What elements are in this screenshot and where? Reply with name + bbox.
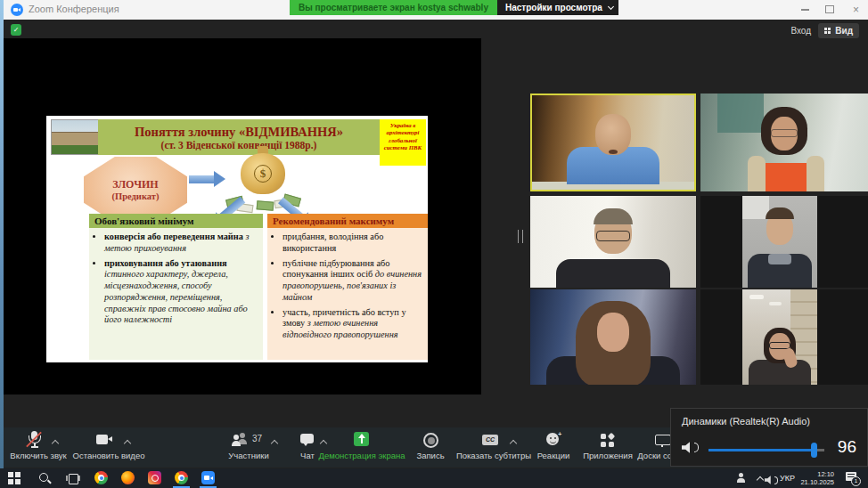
closed-captions-icon: CC: [480, 431, 507, 449]
glasses: [596, 231, 630, 241]
right-column-body: придбання, володіння або використання пу…: [267, 228, 428, 360]
building-photo: [51, 119, 99, 155]
time: 12:10: [797, 470, 834, 478]
column-recommended-maximum: Рекомендований максимум придбання, волод…: [267, 214, 428, 362]
item-bold-text: конверсія або переведення майна: [104, 232, 243, 241]
notification-badge: 1: [851, 476, 861, 486]
presentation-slide: Поняття злочину «ВІДМИВАННЯ» (ст. 3 Віде…: [46, 116, 428, 362]
participants-label: Участники: [228, 451, 268, 460]
list-item: конверсія або переведення майна з метою …: [104, 232, 259, 255]
left-column-header: Обов'язковий мінімум: [89, 214, 263, 228]
vest-left: [748, 156, 766, 191]
person-body: [749, 360, 811, 385]
chevron-down-icon: [608, 4, 614, 10]
predicate-label-2: (Предикат): [112, 191, 160, 201]
meeting-area: ✓ Вход Вид Поняття злочину «ВІДМИВАННЯ» …: [4, 20, 868, 468]
close-button[interactable]: ×: [853, 3, 859, 17]
left-column-body: конверсія або переведення майна з метою …: [89, 228, 263, 360]
login-button[interactable]: Вход: [790, 26, 811, 36]
unmute-label: Включить звук: [10, 451, 66, 460]
zoom-meeting-window: Zoom Конференция × Вы просматриваете экр…: [0, 0, 868, 488]
view-settings-button[interactable]: Настройки просмотра: [497, 0, 618, 15]
shared-screen-canvas: Поняття злочину «ВІДМИВАННЯ» (ст. 3 Віде…: [4, 38, 481, 394]
stop-video-label: Остановить видео: [73, 451, 145, 460]
zoom-app-icon[interactable]: [201, 471, 216, 485]
language-indicator[interactable]: УКР: [780, 474, 795, 483]
banknote: [257, 200, 274, 211]
record-button[interactable]: Запись: [410, 431, 451, 460]
item-text: публічне підбурювання або спонукання інш…: [283, 258, 389, 280]
participant-video[interactable]: [530, 196, 696, 288]
window-title: Zoom Конференция: [29, 4, 119, 14]
task-view-icon[interactable]: [66, 471, 80, 485]
notification-center-icon[interactable]: 1: [846, 472, 860, 484]
slide-title-banner: Поняття злочину «ВІДМИВАННЯ» (ст. 3 Віде…: [98, 119, 380, 155]
ceiling-light: [749, 295, 764, 299]
chevron-up-icon[interactable]: [52, 440, 59, 447]
column-mandatory-minimum: Обов'язковий мінімум конверсія або перев…: [89, 214, 263, 362]
apps-button[interactable]: Приложения: [579, 431, 636, 460]
list-item: публічне підбурювання або спонукання інш…: [283, 258, 424, 304]
panel-resize-handle[interactable]: [518, 230, 523, 243]
captions-label: Показать субтитры: [456, 451, 531, 460]
instagram-icon[interactable]: [148, 471, 162, 485]
participants-count-badge: 37: [252, 434, 262, 443]
view-button[interactable]: Вид: [818, 23, 859, 38]
slide-title-line2: (ст. 3 Віденської конвенції 1988р.): [98, 140, 380, 150]
viewing-screen-label: Вы просматриваете экран kostya schwably: [290, 0, 497, 15]
hood-collar: [768, 254, 791, 264]
participant-video[interactable]: [530, 289, 696, 385]
person-body: [556, 259, 670, 288]
share-screen-label: Демонстрация экрана: [318, 451, 405, 460]
captions-button[interactable]: CC Показать субтитры: [454, 431, 533, 460]
security-shield-icon[interactable]: ✓: [11, 24, 21, 36]
smiley-icon: +: [544, 431, 563, 449]
participants-button[interactable]: 37 Участники: [219, 431, 278, 460]
search-icon[interactable]: [37, 471, 52, 485]
stop-video-button[interactable]: Остановить видео: [70, 431, 148, 460]
record-label: Запись: [416, 451, 444, 460]
chrome-icon-active[interactable]: [175, 471, 189, 485]
chevron-up-icon[interactable]: [271, 440, 278, 447]
start-button[interactable]: [7, 471, 21, 485]
chevron-up-icon[interactable]: [510, 440, 517, 447]
minimize-button[interactable]: [801, 9, 809, 11]
money-bag-icon: $: [241, 153, 285, 194]
vest-right: [807, 156, 824, 191]
maximize-button[interactable]: [825, 5, 834, 13]
camera-glyph-lens: [18, 8, 20, 12]
chrome-icon[interactable]: [94, 471, 109, 485]
chevron-up-icon[interactable]: [124, 440, 131, 447]
zoom-logo-icon: [11, 4, 23, 16]
person-head: [595, 114, 631, 155]
participant-video[interactable]: [742, 196, 817, 288]
clock[interactable]: 12:10 21.10.2025: [797, 470, 834, 486]
volume-slider-handle[interactable]: [811, 443, 817, 458]
predicate-label-1: ЗЛОЧИН: [112, 178, 158, 191]
audio-device-label[interactable]: Динамики (Realtek(R) Audio): [682, 416, 810, 427]
volume-slider[interactable]: [708, 449, 824, 451]
volume-flyout: Динамики (Realtek(R) Audio) 96: [670, 408, 868, 467]
windows-taskbar: УКР 12:10 21.10.2025 1: [0, 468, 868, 488]
item-text: придбання, володіння або використання: [283, 232, 383, 253]
record-icon: [421, 431, 440, 449]
predicate-crime-shape: ЗЛОЧИН (Предикат): [84, 157, 187, 223]
background-panel: [717, 94, 765, 133]
share-screen-icon: [352, 431, 372, 449]
reactions-button[interactable]: + Реакции: [531, 431, 576, 460]
people-tray-icon[interactable]: [734, 471, 749, 485]
participant-video-active-speaker[interactable]: [530, 94, 696, 191]
date: 21.10.2025: [797, 478, 834, 486]
firefox-icon[interactable]: [121, 471, 135, 485]
participant-video[interactable]: [742, 289, 817, 385]
right-column-header: Рекомендований максимум: [267, 214, 428, 228]
unmute-button[interactable]: Включить звук: [11, 431, 66, 460]
arrow-right-icon: [189, 171, 225, 187]
chat-label: Чат: [300, 451, 315, 460]
share-screen-button[interactable]: Демонстрация экрана: [317, 431, 406, 460]
speaker-icon[interactable]: [682, 442, 699, 453]
tray-speaker-icon[interactable]: [765, 473, 779, 487]
participant-video[interactable]: [700, 94, 868, 191]
view-button-label: Вид: [835, 26, 853, 36]
person-head: [597, 313, 629, 352]
